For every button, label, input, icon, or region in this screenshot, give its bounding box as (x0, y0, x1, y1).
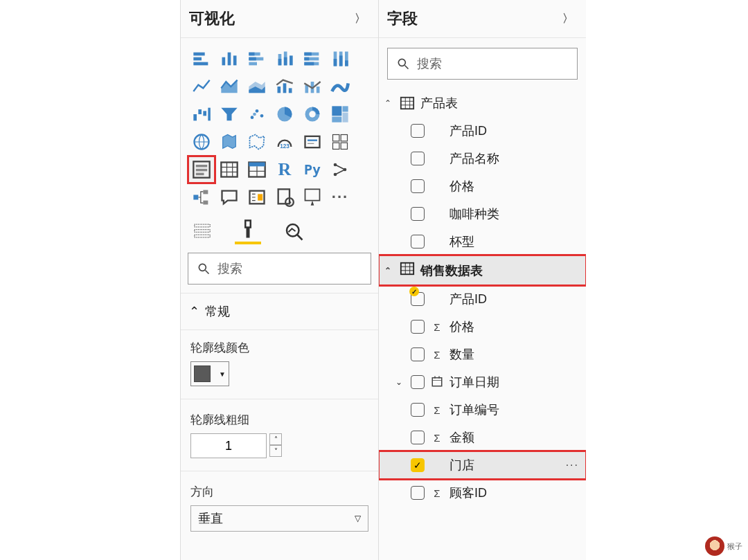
field-row-store[interactable]: 门店 ··· (379, 451, 586, 479)
field-more-icon[interactable]: ··· (566, 459, 583, 471)
field-row[interactable]: Σ数量 (379, 341, 586, 368)
multi-card-icon[interactable] (326, 128, 354, 156)
r-visual-icon[interactable]: R (271, 156, 299, 183)
checkbox[interactable] (411, 235, 425, 249)
stacked-column-icon[interactable] (271, 45, 299, 73)
collapse-viz-icon[interactable]: 〉 (355, 12, 366, 26)
field-row[interactable]: 杯型 (379, 228, 586, 255)
line-stacked-column-icon[interactable] (299, 73, 326, 100)
decomposition-tree-icon[interactable] (188, 183, 215, 211)
search-icon (396, 57, 410, 71)
field-row[interactable]: Σ价格 (379, 313, 586, 341)
fields-search-input[interactable]: 搜索 (387, 48, 578, 80)
chevron-up-icon: ⌃ (384, 266, 394, 276)
svg-point-42 (251, 116, 254, 119)
card-icon[interactable] (299, 128, 326, 156)
more-visuals-icon[interactable]: ··· (326, 183, 354, 211)
qna-icon[interactable] (215, 183, 243, 211)
slicer-icon[interactable] (188, 156, 215, 183)
checkbox[interactable] (411, 124, 425, 138)
svg-rect-12 (278, 59, 282, 65)
ribbon-chart-icon[interactable] (326, 73, 354, 100)
field-row[interactable]: Σ顾客ID (379, 479, 586, 507)
field-row[interactable]: 产品名称 (379, 145, 586, 172)
field-row[interactable]: Σ金额 (379, 424, 586, 451)
stacked-area-icon[interactable] (243, 73, 271, 100)
general-section-header[interactable]: ⌃ 常规 (181, 293, 378, 330)
field-row[interactable]: Σ订单编号 (379, 396, 586, 424)
checkbox[interactable] (411, 320, 425, 334)
analytics-tab-icon[interactable] (280, 218, 307, 244)
svg-rect-39 (203, 111, 206, 116)
checkbox[interactable] (411, 207, 425, 221)
svg-rect-7 (249, 53, 254, 56)
direction-select[interactable]: 垂直 ▽ (190, 505, 368, 532)
format-tab-icon[interactable] (235, 218, 261, 244)
table-row-sales[interactable]: ⌃ ✓ 销售数据表 (379, 255, 586, 285)
python-visual-icon[interactable]: Py (299, 156, 326, 183)
field-row-date[interactable]: ⌄ 订单日期 (379, 368, 586, 396)
100-stacked-bar-icon[interactable] (299, 45, 326, 73)
svg-rect-63 (196, 165, 207, 168)
scatter-icon[interactable] (243, 100, 271, 128)
chevron-up-icon: ⌃ (189, 304, 199, 319)
viz-tabs (181, 214, 378, 244)
spinner-up[interactable]: ˄ (269, 433, 282, 445)
stacked-bar2-icon[interactable] (243, 45, 271, 73)
chevron-down-icon: ▼ (219, 370, 226, 378)
collapse-fields-icon[interactable]: 〉 (562, 12, 573, 26)
checkbox[interactable] (411, 152, 425, 165)
search-icon (197, 262, 211, 276)
map-icon[interactable] (188, 128, 215, 156)
svg-rect-10 (249, 62, 257, 66)
pie-icon[interactable] (271, 100, 299, 128)
clustered-column-icon[interactable] (215, 45, 243, 73)
donut-icon[interactable] (299, 100, 326, 128)
svg-rect-80 (203, 201, 208, 205)
checkbox-checked[interactable] (411, 458, 425, 472)
svg-rect-61 (341, 143, 347, 149)
paginated-report-icon[interactable] (271, 183, 299, 211)
table-row-products[interactable]: ⌃ 产品表 (379, 89, 586, 117)
gauge-icon[interactable]: 123 (271, 128, 299, 156)
checkbox[interactable] (411, 403, 425, 417)
100-stacked-column-icon[interactable] (326, 45, 354, 73)
svg-rect-50 (343, 106, 348, 111)
viz-gallery: 123 R Py ··· (181, 38, 378, 214)
field-row[interactable]: 产品ID (379, 117, 586, 145)
treemap-icon[interactable] (326, 100, 354, 128)
line-chart-icon[interactable] (188, 73, 215, 100)
fields-pane: 字段 〉 搜索 ⌃ 产品表 产品ID 产品名称 价格 咖啡种类 杯型 ⌃ (378, 0, 586, 560)
checkbox[interactable] (411, 179, 425, 193)
key-influencers-icon[interactable] (326, 156, 354, 183)
spinner-down[interactable]: ˅ (269, 445, 282, 457)
filled-map-icon[interactable] (215, 128, 243, 156)
smart-narrative-icon[interactable] (243, 183, 271, 211)
matrix-icon[interactable] (243, 156, 271, 183)
svg-rect-9 (249, 57, 256, 61)
line-column-icon[interactable] (271, 73, 299, 100)
area-chart-icon[interactable] (215, 73, 243, 100)
fields-tab-icon[interactable] (189, 218, 215, 244)
stacked-bar-icon[interactable] (188, 45, 215, 73)
outline-color-picker[interactable]: ▼ (190, 361, 229, 386)
funnel-icon[interactable] (215, 100, 243, 128)
table-icon[interactable] (215, 156, 243, 183)
checkbox[interactable] (411, 375, 425, 389)
outline-weight-input[interactable] (190, 433, 267, 458)
svg-rect-82 (258, 194, 262, 200)
shape-map-icon[interactable] (243, 128, 271, 156)
svg-rect-64 (196, 169, 207, 172)
field-row[interactable]: 咖啡种类 (379, 200, 586, 228)
viz-search-input[interactable]: 搜索 (188, 253, 371, 284)
active-badge-icon: ✓ (409, 287, 419, 296)
field-row[interactable]: 价格 (379, 172, 586, 200)
svg-rect-25 (334, 59, 337, 66)
waterfall-icon[interactable] (188, 100, 215, 128)
checkbox[interactable] (411, 431, 425, 444)
checkbox[interactable] (411, 486, 425, 500)
checkbox[interactable] (411, 347, 425, 361)
svg-rect-52 (332, 117, 341, 123)
svg-point-95 (398, 59, 405, 66)
arcgis-map-icon[interactable] (299, 183, 326, 211)
